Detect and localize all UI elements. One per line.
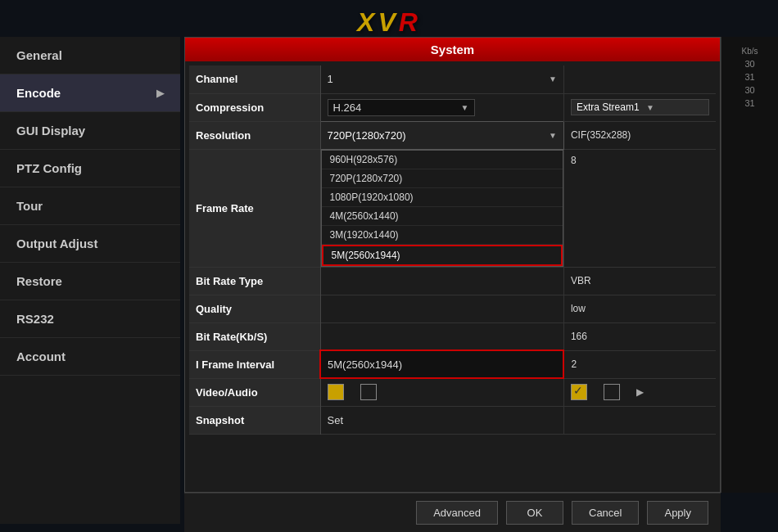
table-row-bit-rate-type: Bit Rate Type VBR [189, 267, 716, 295]
audio-checkbox[interactable] [360, 384, 377, 400]
apply-button[interactable]: Apply [647, 501, 708, 525]
bit-rate-kbs-value [320, 322, 563, 350]
table-row-i-frame-interval: I Frame Interval 5M(2560x1944) 2 [189, 350, 716, 378]
frame-rate-extra: 8 [563, 149, 716, 267]
resolution-dropdown-arrow: ▼ [549, 131, 557, 140]
channel-extra [563, 65, 716, 93]
bit-rate-type-value [320, 267, 563, 295]
compression-extra: Extra Stream1 ▼ [563, 93, 716, 121]
sidebar-item-general[interactable]: General [0, 37, 180, 74]
extra-stream-arrow: ▼ [646, 103, 654, 112]
kbs-title: Kb/s [721, 45, 778, 57]
i-frame-label: I Frame Interval [189, 350, 320, 378]
sidebar-item-account[interactable]: Account [0, 338, 180, 376]
cancel-button[interactable]: Cancel [572, 501, 639, 525]
dialog-title: System [185, 38, 720, 61]
dropdown-item-5[interactable]: 5M(2560x1944) [322, 245, 563, 266]
dropdown-item-1[interactable]: 720P(1280x720) [322, 169, 563, 188]
resolution-extra: CIF(352x288) [563, 121, 716, 149]
kbs-value-1: 31 [721, 70, 778, 83]
video-audio-checkboxes [320, 378, 563, 406]
compression-dropdown-arrow: ▼ [461, 103, 469, 112]
table-row-video-audio: Video/Audio [189, 378, 716, 406]
more-arrow-icon[interactable]: ▶ [636, 386, 644, 398]
table-row-snapshot: Snapshot Set [189, 406, 716, 434]
logo: XVR [357, 7, 421, 38]
sidebar: General Encode ▶ GUI Display PTZ Config … [0, 37, 180, 524]
sidebar-item-rs232[interactable]: RS232 [0, 300, 180, 338]
snapshot-extra [563, 406, 716, 434]
video-extra-checkbox[interactable] [571, 384, 587, 400]
kbs-value-0: 30 [721, 57, 778, 70]
quality-value [320, 295, 563, 322]
table-row-resolution: Resolution 720P(1280x720) ▼ CIF(352x288) [189, 121, 716, 149]
sidebar-item-gui-display[interactable]: GUI Display [0, 112, 180, 150]
video-audio-label: Video/Audio [189, 378, 320, 406]
frame-rate-label: Frame Rate [189, 149, 320, 267]
sidebar-item-ptz-config[interactable]: PTZ Config [0, 150, 180, 187]
sidebar-item-output-adjust[interactable]: Output Adjust [0, 225, 180, 263]
quality-label: Quality [189, 295, 320, 322]
channel-dropdown-arrow: ▼ [549, 74, 557, 83]
sidebar-item-tour[interactable]: Tour [0, 187, 180, 225]
kbs-panel: Kb/s 30 31 30 31 [721, 37, 778, 493]
bit-rate-type-label: Bit Rate Type [189, 267, 320, 295]
resolution-label: Resolution [189, 121, 320, 149]
channel-value[interactable]: 1 ▼ [320, 65, 563, 93]
advanced-button[interactable]: Advanced [416, 501, 498, 525]
encode-arrow-icon: ▶ [156, 88, 164, 99]
compression-value[interactable]: H.264 ▼ [320, 93, 563, 121]
dropdown-item-3[interactable]: 4M(2560x1440) [322, 207, 563, 226]
bit-rate-kbs-extra: 166 [563, 322, 716, 350]
table-row-channel: Channel 1 ▼ [189, 65, 716, 93]
resolution-value[interactable]: 720P(1280x720) ▼ [320, 121, 563, 149]
settings-table-area: Channel 1 ▼ Compression [185, 61, 720, 487]
table-row-frame-rate: Frame Rate 960H(928x576) 720P(1280x720) [189, 149, 716, 267]
video-checkbox[interactable] [328, 384, 344, 400]
audio-extra-checkbox[interactable] [604, 384, 620, 400]
sidebar-item-restore[interactable]: Restore [0, 263, 180, 300]
dialog-buttons: Advanced OK Cancel Apply [184, 493, 721, 532]
video-audio-extra-checkboxes: ▶ [563, 378, 716, 406]
frame-rate-value[interactable]: 960H(928x576) 720P(1280x720) 1080P(1920x… [320, 149, 563, 267]
dialog-content: Channel 1 ▼ Compression [185, 61, 720, 487]
i-frame-extra: 2 [563, 350, 716, 378]
kbs-value-2: 30 [721, 83, 778, 97]
quality-extra: low [563, 295, 716, 322]
sidebar-item-encode[interactable]: Encode ▶ [0, 74, 180, 112]
settings-table: Channel 1 ▼ Compression [189, 65, 716, 435]
snapshot-label: Snapshot [189, 406, 320, 434]
snapshot-value[interactable]: Set [320, 406, 563, 434]
bit-rate-kbs-label: Bit Rate(Kb/S) [189, 322, 320, 350]
ok-button[interactable]: OK [506, 501, 563, 525]
compression-label: Compression [189, 93, 320, 121]
channel-label: Channel [189, 65, 320, 93]
bit-rate-type-extra: VBR [563, 267, 716, 295]
system-dialog: System Channel 1 ▼ [184, 37, 721, 493]
dropdown-item-2[interactable]: 1080P(1920x1080) [322, 188, 563, 207]
table-row-quality: Quality low [189, 295, 716, 322]
table-row-compression: Compression H.264 ▼ Extra Stream1 [189, 93, 716, 121]
table-row-bit-rate-kbs: Bit Rate(Kb/S) 166 [189, 322, 716, 350]
main-background: XVR General Encode ▶ GUI Display PTZ Con… [0, 0, 778, 532]
i-frame-value[interactable]: 5M(2560x1944) [320, 350, 563, 378]
dropdown-item-0[interactable]: 960H(928x576) [322, 151, 563, 169]
dropdown-item-4[interactable]: 3M(1920x1440) [322, 226, 563, 245]
kbs-value-3: 31 [721, 97, 778, 110]
